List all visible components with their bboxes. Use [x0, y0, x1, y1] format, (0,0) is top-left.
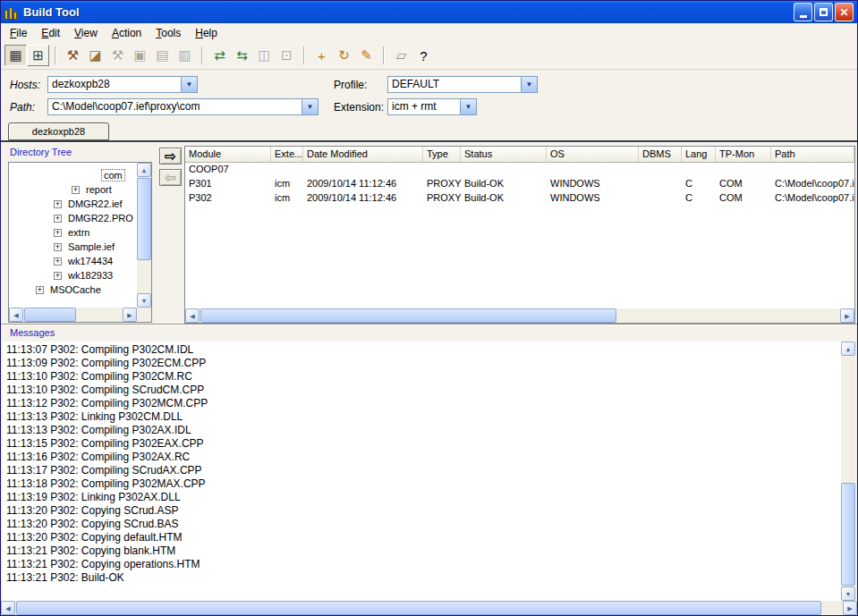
download-module-icon[interactable]: ⇆	[231, 45, 253, 66]
tree-vertical-scrollbar[interactable]: ▲ ▼	[137, 163, 151, 308]
profile-combo-value: DEFAULT	[388, 77, 521, 92]
tree-horizontal-scrollbar[interactable]: ◀ ▶	[9, 308, 137, 322]
view-hosts-tree-icon[interactable]: ⊞	[27, 45, 49, 66]
tree-expander-icon[interactable]: +	[72, 186, 80, 194]
tree-item-msocache[interactable]: +MSOCache	[9, 283, 137, 297]
scroll-right-button[interactable]: ▶	[843, 601, 857, 615]
maximize-button[interactable]	[814, 3, 833, 21]
tree-item-wk182933[interactable]: +wk182933	[9, 268, 137, 283]
column-header-path[interactable]: Path	[771, 147, 854, 162]
messages-horizontal-scrollbar[interactable]: ◀ ▶	[1, 601, 857, 615]
profile-combo-button[interactable]: ▼	[521, 77, 537, 92]
column-header-date-modified[interactable]: Date Modified	[303, 147, 423, 162]
scroll-down-button[interactable]: ▼	[841, 586, 855, 601]
tree-item-com[interactable]: com	[9, 168, 137, 182]
table-cell: COOP07	[185, 163, 271, 177]
scroll-left-button[interactable]: ◀	[1, 601, 15, 615]
minimize-icon	[800, 15, 807, 18]
menu-edit[interactable]: Edit	[34, 24, 67, 42]
scroll-thumb[interactable]	[841, 483, 855, 586]
tree-expander-icon[interactable]: +	[54, 200, 62, 208]
menu-file[interactable]: File	[3, 24, 34, 42]
clear-messages-icon[interactable]: ▱	[390, 45, 412, 66]
scroll-right-button[interactable]: ▶	[123, 308, 137, 322]
scroll-thumb[interactable]	[16, 601, 821, 615]
messages-vertical-scrollbar[interactable]: ▲ ▼	[841, 342, 855, 601]
package-module-icon[interactable]: ⊡	[276, 45, 298, 66]
column-header-os[interactable]: OS	[547, 147, 639, 162]
tree-item-dmgr22-ief[interactable]: +DMGR22.ief	[9, 197, 137, 211]
message-line: 11:13:13 P302: Compiling P302AX.IDL	[6, 424, 839, 437]
stop-build-icon[interactable]: ▣	[129, 45, 151, 66]
clean-icon[interactable]: ◪	[84, 45, 106, 66]
hosts-combo-button[interactable]: ▼	[181, 77, 197, 92]
hosts-combo[interactable]: dezkoxpb28 ▼	[47, 76, 198, 93]
scroll-up-button[interactable]: ▲	[841, 342, 855, 356]
build-icon[interactable]: ⚒	[62, 45, 84, 66]
scroll-down-button[interactable]: ▼	[137, 293, 151, 308]
remove-from-build-button[interactable]: ⇦	[159, 169, 182, 186]
help-icon[interactable]: ?	[412, 45, 435, 66]
menu-view[interactable]: View	[67, 24, 105, 42]
tree-expander-icon[interactable]: +	[36, 286, 44, 294]
tree-expander-icon[interactable]: +	[54, 257, 62, 266]
path-combo-button[interactable]: ▼	[302, 99, 318, 114]
app-icon	[4, 5, 19, 20]
column-header-lang[interactable]: Lang	[682, 147, 716, 162]
view-modules-icon[interactable]: ▦	[4, 45, 27, 66]
table-row[interactable]: COOP07	[185, 163, 854, 177]
path-combo[interactable]: C:\Model\coop07.ief\proxy\com ▼	[47, 98, 319, 115]
column-header-dbms[interactable]: DBMS	[639, 147, 682, 162]
refresh-profile-icon[interactable]: ↻	[333, 45, 355, 66]
new-profile-icon[interactable]: +	[310, 45, 333, 66]
menu-help[interactable]: Help	[188, 24, 225, 42]
extension-combo[interactable]: icm + rmt ▼	[387, 98, 477, 115]
menu-tools[interactable]: Tools	[149, 24, 188, 42]
close-button[interactable]: ✕	[835, 3, 854, 21]
tree-expander-icon[interactable]: +	[54, 215, 62, 223]
column-header-status[interactable]: Status	[461, 147, 547, 162]
tree-item-sample-ief[interactable]: +Sample.ief	[9, 240, 137, 254]
tree-expander-icon[interactable]: +	[54, 243, 62, 251]
message-line: 11:13:20 P302: Copying SCrud.ASP	[6, 504, 839, 518]
path-label: Path:	[10, 101, 35, 114]
table-cell: Build-OK	[461, 191, 547, 206]
scroll-thumb[interactable]	[24, 308, 76, 322]
tree-expander-icon[interactable]: +	[54, 272, 62, 280]
table-cell: PROXY	[423, 177, 461, 191]
table-horizontal-scrollbar[interactable]: ◀ ▶	[185, 308, 854, 323]
column-header-type[interactable]: Type	[423, 147, 461, 162]
host-tab[interactable]: dezkoxpb28	[8, 122, 109, 140]
table-row[interactable]: P301icm2009/10/14 11:12:46PROXYBuild-OKW…	[185, 177, 854, 191]
column-header-exte[interactable]: Exte...	[271, 147, 303, 162]
scroll-left-button[interactable]: ◀	[9, 308, 23, 322]
tree-item-label: Sample.ief	[65, 240, 117, 253]
table-cell	[639, 191, 682, 206]
tree-item-extrn[interactable]: +extrn	[9, 225, 137, 240]
tree-item-report[interactable]: +report	[9, 182, 137, 197]
table-row[interactable]: P302icm2009/10/14 11:12:46PROXYBuild-OKW…	[185, 191, 854, 206]
scroll-thumb[interactable]	[200, 308, 616, 323]
minimize-button[interactable]	[794, 3, 812, 21]
scroll-left-button[interactable]: ◀	[185, 308, 200, 323]
rebuild-icon[interactable]: ⚒	[106, 45, 129, 66]
directory-tree-list: com+report+DMGR22.ief+DMGR22.PRO+extrn+S…	[9, 163, 137, 308]
scroll-up-button[interactable]: ▲	[137, 163, 151, 177]
upload-module-icon[interactable]: ⇄	[208, 45, 231, 66]
tree-item-dmgr22-pro[interactable]: +DMGR22.PRO	[9, 211, 137, 225]
add-to-build-button[interactable]: ⇨	[159, 148, 182, 165]
profile-combo[interactable]: DEFAULT ▼	[387, 76, 538, 93]
profile-label: Profile:	[334, 79, 367, 91]
menu-action[interactable]: Action	[105, 24, 149, 42]
column-header-tp-mon[interactable]: TP-Mon	[716, 147, 771, 162]
column-header-module[interactable]: Module	[185, 147, 271, 162]
view-listing-icon[interactable]: ▤	[151, 45, 174, 66]
scroll-right-button[interactable]: ▶	[840, 308, 854, 323]
tree-item-wk174434[interactable]: +wk174434	[9, 254, 137, 268]
compare-module-icon[interactable]: ◫	[253, 45, 276, 66]
scroll-thumb[interactable]	[137, 178, 151, 260]
delete-listing-icon[interactable]: ▥	[174, 45, 196, 66]
tree-expander-icon[interactable]: +	[54, 229, 62, 237]
extension-combo-button[interactable]: ▼	[460, 99, 476, 114]
edit-profile-icon[interactable]: ✎	[355, 45, 378, 66]
